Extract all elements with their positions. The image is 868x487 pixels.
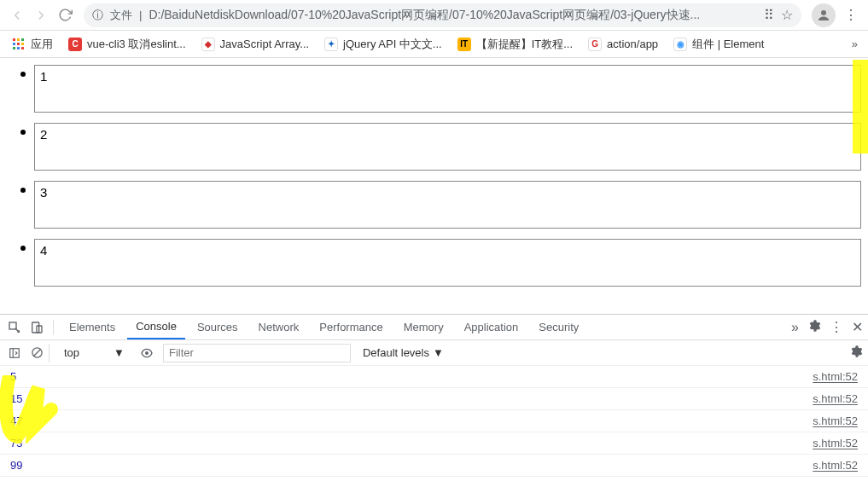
bookmark-label: 【新提醒】IT教程... (476, 37, 573, 52)
back-button[interactable] (5, 3, 29, 27)
log-value: 47 (10, 415, 22, 427)
context-label: top (64, 346, 79, 359)
settings-icon[interactable] (807, 319, 821, 336)
browser-toolbar: ⓘ 文件 | D:/BaiduNetdiskDownload/07-10%20J… (0, 0, 868, 31)
inspect-button[interactable] (5, 318, 24, 337)
tab-elements[interactable]: Elements (61, 316, 124, 339)
list-item: 4 (20, 239, 868, 287)
svg-line-16 (34, 350, 41, 357)
tabs-overflow[interactable]: » (791, 320, 799, 335)
tab-memory[interactable]: Memory (395, 316, 452, 339)
clear-console-button[interactable] (31, 344, 50, 362)
info-icon: ⓘ (92, 8, 103, 23)
tab-performance[interactable]: Performance (311, 316, 391, 339)
console-sidebar-toggle[interactable] (5, 344, 24, 362)
address-bar[interactable]: ⓘ 文件 | D:/BaiduNetdiskDownload/07-10%20J… (84, 3, 801, 27)
bullet-icon (20, 130, 26, 135)
separator (53, 320, 54, 335)
svg-point-17 (145, 351, 149, 355)
page-viewport[interactable]: 1 2 3 4 (0, 58, 868, 314)
log-value: 73 (10, 437, 22, 449)
bookmark-item[interactable]: IT 【新提醒】IT教程... (452, 33, 578, 55)
tab-security[interactable]: Security (530, 316, 587, 339)
bookmark-item[interactable]: C vue-cli3 取消eslint... (63, 33, 191, 55)
svg-rect-3 (21, 38, 24, 41)
context-selector[interactable]: top ▼ (58, 344, 131, 362)
console-settings-icon[interactable] (849, 345, 863, 362)
log-source-link[interactable]: s.html:52 (813, 392, 858, 405)
apps-label: 应用 (31, 37, 53, 52)
log-value: 5 (10, 370, 16, 383)
console-log-row: 47 s.html:52 (0, 410, 868, 432)
tab-network[interactable]: Network (250, 316, 308, 339)
device-toggle[interactable] (27, 318, 46, 337)
translate-icon[interactable]: ⠿ (764, 7, 774, 23)
bookmark-icon: G (588, 38, 602, 51)
url-text: D:/BaiduNetdiskDownload/07-10%20JavaScri… (149, 8, 700, 23)
bookmark-label: 组件 | Element (692, 37, 764, 52)
console-output[interactable]: 5 s.html:52 15 s.html:52 47 s.html:52 73… (0, 366, 868, 487)
more-icon[interactable]: ⋮ (830, 319, 843, 335)
text-box[interactable]: 2 (34, 123, 861, 171)
bookmark-item[interactable]: ✦ jQuery API 中文文... (319, 33, 447, 55)
svg-rect-9 (21, 47, 24, 49)
bookmark-icon: ✦ (324, 38, 338, 51)
close-icon[interactable]: ✕ (852, 319, 863, 335)
apps-button[interactable]: 应用 (7, 33, 58, 55)
bookmark-label: vue-cli3 取消eslint... (87, 37, 186, 52)
console-log-row: 15 s.html:52 (0, 388, 868, 410)
bookmark-label: action/app (607, 38, 658, 50)
reload-button[interactable] (53, 3, 77, 27)
log-value: 99 (10, 459, 22, 472)
log-source-link[interactable]: s.html:52 (813, 370, 858, 383)
svg-rect-4 (13, 43, 15, 45)
tab-console[interactable]: Console (127, 315, 185, 339)
chevron-down-icon: ▼ (433, 346, 444, 359)
annotation-highlight (853, 60, 868, 154)
list-item: 2 (20, 123, 868, 171)
list-item: 1 (20, 65, 868, 113)
bookmark-label: jQuery API 中文文... (343, 37, 442, 52)
bookmark-item[interactable]: G action/app (583, 34, 663, 55)
svg-rect-7 (13, 47, 15, 49)
svg-rect-1 (13, 38, 15, 41)
text-box[interactable]: 4 (34, 239, 861, 287)
bullet-icon (20, 246, 26, 251)
forward-button[interactable] (29, 3, 53, 27)
live-expression-button[interactable] (137, 344, 156, 362)
text-box[interactable]: 1 (34, 65, 861, 113)
log-source-link[interactable]: s.html:52 (813, 459, 858, 472)
tab-application[interactable]: Application (456, 316, 527, 339)
separator: | (139, 9, 142, 21)
chevron-down-icon: ▼ (114, 346, 125, 359)
console-log-row: 5 s.html:52 (0, 366, 868, 388)
log-value: 15 (10, 392, 22, 405)
devtools-panel: Elements Console Sources Network Perform… (0, 314, 868, 487)
console-log-row: 73 s.html:52 (0, 432, 868, 455)
star-icon[interactable]: ☆ (781, 7, 793, 23)
console-log-row: 99 s.html:52 (0, 455, 868, 477)
tab-sources[interactable]: Sources (189, 316, 247, 339)
bookmark-icon: IT (457, 38, 471, 51)
list-item: 3 (20, 181, 868, 229)
bookmark-item[interactable]: ◉ 组件 | Element (668, 33, 769, 55)
text-box[interactable]: 3 (34, 181, 861, 229)
filter-input[interactable] (163, 344, 351, 362)
svg-rect-6 (21, 43, 24, 45)
bookmark-item[interactable]: ◆ JavaScript Array... (196, 34, 315, 55)
bookmark-icon: C (68, 38, 82, 51)
log-source-link[interactable]: s.html:52 (813, 415, 858, 427)
bookmarks-overflow[interactable]: » (848, 34, 861, 54)
bookmark-icon: ◆ (201, 38, 215, 51)
log-source-link[interactable]: s.html:52 (813, 437, 858, 449)
bullet-icon (20, 72, 26, 77)
profile-button[interactable] (812, 3, 836, 27)
svg-rect-11 (32, 322, 39, 333)
file-label: 文件 (110, 8, 132, 23)
svg-rect-5 (17, 43, 20, 45)
bullet-icon (20, 188, 26, 193)
svg-rect-8 (17, 47, 20, 49)
devtools-tabs: Elements Console Sources Network Perform… (0, 315, 868, 340)
menu-button[interactable]: ⋮ (839, 3, 863, 27)
log-levels-selector[interactable]: Default levels ▼ (358, 345, 449, 361)
